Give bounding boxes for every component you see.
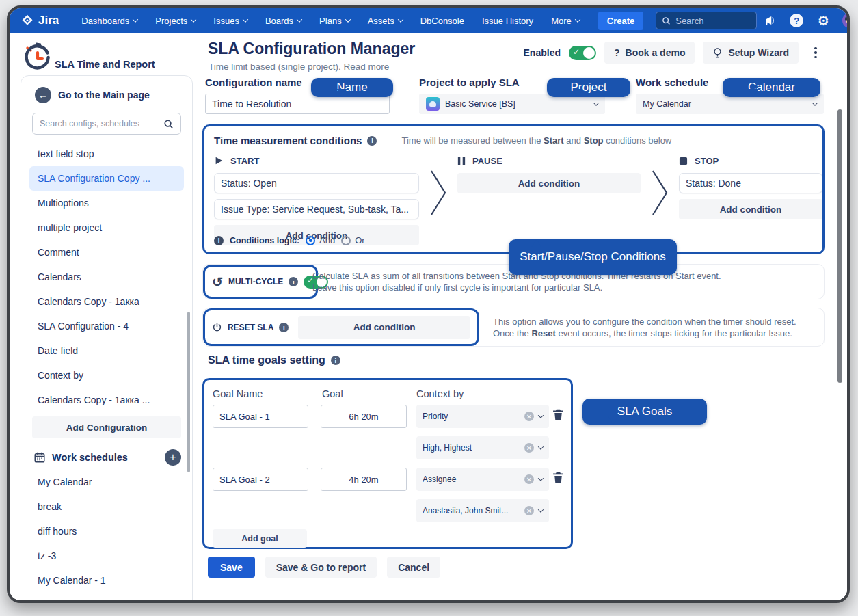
- page-subtitle[interactable]: Time limit based (single project). Read …: [209, 62, 389, 72]
- cancel-button[interactable]: Cancel: [387, 557, 440, 578]
- config-item[interactable]: Multioptions: [29, 191, 184, 215]
- save-and-report-button[interactable]: Save & Go to report: [265, 557, 377, 578]
- schedule-item[interactable]: My Calendar: [29, 470, 184, 494]
- config-item-selected[interactable]: SLA Configuration Copy ...: [29, 166, 184, 191]
- sidebar-search-input[interactable]: [40, 119, 159, 129]
- calendar-icon: [33, 451, 46, 464]
- delete-goal-button[interactable]: [550, 470, 565, 485]
- nav-item-issue-history[interactable]: Issue History: [476, 8, 539, 33]
- settings-gear-icon[interactable]: ⚙: [816, 13, 831, 28]
- save-button[interactable]: Save: [208, 557, 255, 578]
- config-item[interactable]: multiple project: [29, 215, 184, 240]
- add-configuration-button[interactable]: Add Configuration: [32, 416, 181, 438]
- clear-icon[interactable]: ✕: [524, 412, 534, 421]
- stop-label: STOP: [695, 156, 719, 166]
- nav-item-projects[interactable]: Projects: [149, 8, 202, 33]
- add-schedule-button[interactable]: +: [165, 449, 181, 466]
- app-title: SLA Time and Report: [55, 59, 155, 72]
- reset-add-condition-button[interactable]: Add condition: [298, 316, 470, 339]
- user-avatar[interactable]: [842, 13, 850, 28]
- info-icon[interactable]: i: [331, 356, 340, 365]
- pause-column: PAUSE Add condition: [457, 154, 641, 245]
- info-icon[interactable]: i: [279, 323, 289, 332]
- header-actions: Enabled ✓ ? Book a demo Setup Wizard: [524, 42, 825, 64]
- sidebar-search[interactable]: [32, 113, 181, 135]
- book-demo-button[interactable]: ? Book a demo: [604, 42, 695, 64]
- nav-item-more[interactable]: More: [545, 8, 586, 33]
- config-item[interactable]: Date field: [29, 338, 184, 363]
- config-item[interactable]: Calendars Copy - 1акка ...: [29, 388, 184, 412]
- trash-icon: [551, 470, 565, 485]
- announcements-icon[interactable]: [762, 13, 777, 28]
- info-icon[interactable]: i: [214, 236, 224, 245]
- goal-time-input[interactable]: [321, 405, 407, 428]
- start-condition-chip[interactable]: Status: Open: [214, 173, 419, 193]
- chevron-down-icon: [538, 444, 544, 449]
- nav-item-label: Plans: [319, 16, 342, 26]
- global-search[interactable]: [656, 12, 757, 29]
- nav-item-assets[interactable]: Assets: [362, 8, 409, 33]
- config-item[interactable]: Comment: [29, 240, 184, 265]
- schedule-item[interactable]: tz -3: [29, 544, 184, 568]
- sidebar: SLA Time and Report ← Go to the Main pag…: [21, 33, 193, 600]
- callout-project: Project: [547, 78, 630, 97]
- config-item[interactable]: Calendars Copy - 1акка: [29, 289, 184, 314]
- goal-name-input[interactable]: [213, 468, 308, 491]
- delete-goal-button[interactable]: [550, 407, 565, 423]
- context-value: Priority: [423, 412, 520, 421]
- config-item[interactable]: text field stop: [29, 142, 184, 166]
- goal-time-input[interactable]: [321, 468, 407, 491]
- more-options-kebab[interactable]: [807, 42, 825, 64]
- radio-and[interactable]: [306, 236, 315, 245]
- main-scrollbar[interactable]: [837, 109, 842, 383]
- jira-logo[interactable]: Jira: [21, 14, 59, 27]
- global-search-input[interactable]: [675, 16, 751, 26]
- enabled-toggle[interactable]: ✓: [569, 46, 596, 60]
- info-icon[interactable]: i: [367, 136, 377, 146]
- chevron-down-icon: [538, 475, 544, 481]
- time-measurement-panel: Time measurement conditions i Time will …: [202, 124, 825, 254]
- help-icon[interactable]: ?: [789, 13, 804, 28]
- go-to-main-page[interactable]: ← Go to the Main page: [35, 87, 184, 103]
- chevron-down-icon: [575, 16, 580, 22]
- radio-or[interactable]: [341, 236, 351, 245]
- config-item[interactable]: Calendars: [29, 265, 184, 289]
- stop-add-condition-button[interactable]: Add condition: [679, 199, 822, 219]
- play-icon: [214, 156, 224, 165]
- schedule-item[interactable]: diff hours: [29, 519, 184, 544]
- search-icon: [662, 16, 671, 25]
- context-select[interactable]: Priority ✕: [416, 405, 549, 428]
- stop-condition-chip[interactable]: Status: Done: [679, 173, 822, 193]
- context-values-select[interactable]: Anastasiia, John Smit... ✕: [416, 499, 549, 522]
- back-label: Go to the Main page: [58, 90, 150, 101]
- nav-item-issues[interactable]: Issues: [207, 8, 254, 33]
- multi-cycle-label: MULTI-CYCLE: [228, 277, 283, 286]
- nav-item-label: Assets: [368, 16, 394, 26]
- add-goal-button[interactable]: Add goal: [213, 529, 307, 548]
- start-condition-chip[interactable]: Issue Type: Service Request, Sub-task, T…: [214, 199, 419, 219]
- clear-icon[interactable]: ✕: [524, 506, 534, 515]
- sidebar-scrollbar[interactable]: [187, 312, 190, 472]
- schedule-item[interactable]: My Calendar - 1: [29, 568, 184, 593]
- pause-add-condition-button[interactable]: Add condition: [457, 173, 641, 193]
- stop-column: STOP Status: Done Add condition: [679, 154, 822, 245]
- context-select[interactable]: Assignee ✕: [416, 468, 549, 491]
- config-item[interactable]: SLA Configuration - 4: [29, 314, 184, 338]
- config-item[interactable]: Context by: [29, 363, 184, 388]
- clear-icon[interactable]: ✕: [524, 443, 534, 453]
- create-button[interactable]: Create: [598, 12, 643, 30]
- goal-name-input[interactable]: [213, 405, 308, 428]
- nav-item-dbconsole[interactable]: DbConsole: [414, 8, 470, 33]
- nav-item-boards[interactable]: Boards: [259, 8, 308, 33]
- nav-item-dashboards[interactable]: Dashboards: [75, 8, 144, 33]
- start-column: START Status: Open Issue Type: Service R…: [214, 154, 419, 245]
- nav-item-plans[interactable]: Plans: [313, 8, 356, 33]
- schedule-item[interactable]: break: [29, 494, 184, 519]
- help-question-glyph: ?: [790, 14, 803, 27]
- clear-icon[interactable]: ✕: [524, 474, 534, 484]
- setup-wizard-button[interactable]: Setup Wizard: [703, 42, 799, 64]
- main-panel: SLA Configuration Manager Time limit bas…: [202, 33, 825, 600]
- info-icon[interactable]: i: [289, 277, 298, 286]
- chevron-right-icon: [651, 169, 669, 217]
- context-values-select[interactable]: High, Highest ✕: [416, 436, 549, 459]
